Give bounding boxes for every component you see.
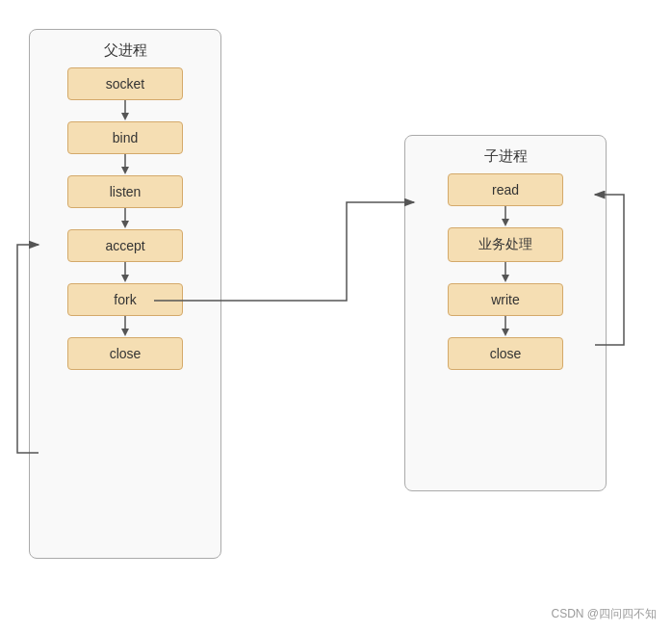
arrow-accept-fork <box>39 262 211 283</box>
node-listen: listen <box>67 175 183 208</box>
node-close-parent: close <box>67 337 183 370</box>
svg-marker-7 <box>121 275 129 282</box>
svg-marker-13 <box>502 275 509 282</box>
svg-marker-9 <box>121 329 129 336</box>
svg-marker-3 <box>121 167 129 174</box>
watermark: CSDN @四问四不知 <box>551 606 657 622</box>
child-process-box: 子进程 read 业务处理 write close <box>404 135 607 491</box>
node-bind: bind <box>67 121 183 154</box>
parent-process-box: 父进程 socket bind listen accept fork close <box>29 29 221 559</box>
svg-marker-5 <box>121 221 129 228</box>
diagram-container: 父进程 socket bind listen accept fork close… <box>0 0 672 632</box>
arrow-read-business <box>415 206 596 227</box>
node-accept: accept <box>67 229 183 262</box>
arrow-bind-listen <box>39 154 211 175</box>
node-business: 业务处理 <box>448 227 563 262</box>
svg-marker-15 <box>502 329 509 336</box>
child-process-title: 子进程 <box>415 147 596 166</box>
node-read: read <box>448 173 563 206</box>
node-socket: socket <box>67 67 183 100</box>
arrow-socket-bind <box>39 100 211 121</box>
arrow-listen-accept <box>39 208 211 229</box>
node-close-child: close <box>448 337 563 370</box>
svg-marker-11 <box>502 219 509 226</box>
arrow-fork-close <box>39 316 211 337</box>
svg-marker-1 <box>121 113 129 120</box>
node-fork: fork <box>67 283 183 316</box>
parent-process-title: 父进程 <box>39 41 211 60</box>
arrow-business-write <box>415 262 596 283</box>
arrow-write-close <box>415 316 596 337</box>
node-write: write <box>448 283 563 316</box>
